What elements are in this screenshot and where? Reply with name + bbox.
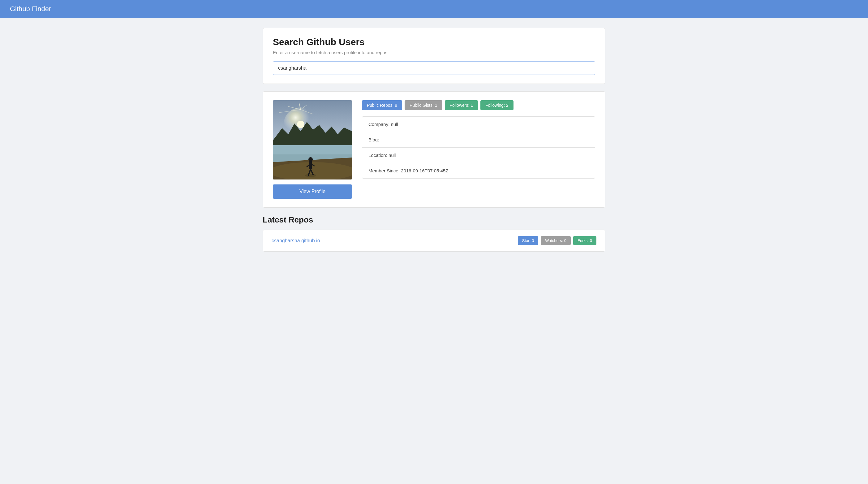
repo-card: csangharsha.github.io Star: 0 Watchers: … (262, 230, 606, 251)
repo-badge-star: Star: 0 (518, 236, 538, 245)
svg-rect-10 (273, 145, 352, 154)
avatar (273, 100, 352, 180)
profile-right: Public Repos: 8 Public Gists: 1 Follower… (362, 100, 595, 199)
badge-following: Following: 2 (480, 100, 514, 110)
latest-repos-title: Latest Repos (262, 215, 606, 225)
info-table: Company: null Blog: Location: null Membe… (362, 116, 595, 179)
main-container: Search Github Users Enter a username to … (258, 18, 610, 265)
repo-badge-forks: Forks: 0 (573, 236, 596, 245)
navbar: Github Finder (0, 0, 868, 18)
search-title: Search Github Users (273, 37, 595, 47)
search-card: Search Github Users Enter a username to … (262, 28, 606, 84)
info-location: Location: null (362, 148, 595, 163)
info-company: Company: null (362, 117, 595, 132)
svg-point-14 (308, 157, 313, 161)
info-blog: Blog: (362, 132, 595, 148)
repo-link[interactable]: csangharsha.github.io (272, 238, 320, 244)
profile-left: View Profile (273, 100, 352, 199)
badge-followers: Followers: 1 (445, 100, 478, 110)
navbar-title: Github Finder (10, 5, 51, 13)
badge-public-repos: Public Repos: 8 (362, 100, 402, 110)
badges-row: Public Repos: 8 Public Gists: 1 Follower… (362, 100, 595, 110)
svg-point-19 (305, 174, 316, 177)
search-subtitle: Enter a username to fetch a users profil… (273, 50, 595, 55)
badge-public-gists: Public Gists: 1 (405, 100, 442, 110)
search-input[interactable] (273, 61, 595, 75)
svg-point-2 (297, 121, 304, 128)
info-member-since: Member Since: 2016-09-16T07:05:45Z (362, 163, 595, 178)
view-profile-button[interactable]: View Profile (273, 184, 352, 199)
repo-badges: Star: 0 Watchers: 0 Forks: 0 (518, 236, 596, 245)
repo-badge-watchers: Watchers: 0 (541, 236, 571, 245)
profile-card: View Profile Public Repos: 8 Public Gist… (262, 91, 606, 208)
